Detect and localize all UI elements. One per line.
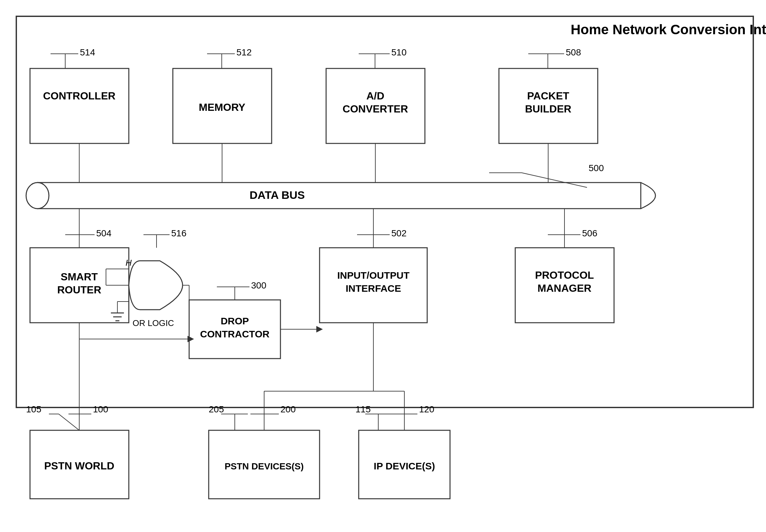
- svg-text:MANAGER: MANAGER: [538, 282, 591, 294]
- connectors-svg: Home Network Conversion Interface 110 51…: [0, 0, 766, 532]
- svg-text:PSTN WORLD: PSTN WORLD: [44, 460, 114, 472]
- svg-text:OR LOGIC: OR LOGIC: [132, 318, 174, 328]
- svg-text:100: 100: [93, 404, 108, 414]
- svg-text:INTERFACE: INTERFACE: [346, 283, 401, 294]
- svg-rect-90: [30, 430, 129, 499]
- svg-text:MEMORY: MEMORY: [199, 101, 245, 113]
- svg-rect-0: [16, 16, 753, 407]
- svg-text:516: 516: [171, 228, 186, 238]
- svg-marker-77: [187, 336, 194, 342]
- svg-point-14: [26, 183, 49, 209]
- svg-text:IP DEVICE(S): IP DEVICE(S): [374, 461, 435, 471]
- svg-marker-82: [316, 326, 323, 333]
- svg-rect-35: [515, 248, 614, 323]
- svg-text:CONVERTER: CONVERTER: [343, 103, 408, 115]
- svg-rect-23: [326, 68, 425, 143]
- svg-text:506: 506: [582, 228, 597, 238]
- svg-text:PROTOCOL: PROTOCOL: [535, 269, 594, 281]
- svg-text:H: H: [125, 258, 132, 268]
- svg-text:115: 115: [355, 404, 371, 414]
- svg-text:500: 500: [589, 163, 604, 173]
- svg-rect-94: [359, 430, 450, 499]
- svg-rect-92: [209, 430, 319, 499]
- svg-text:SMART: SMART: [61, 271, 98, 283]
- svg-line-97: [59, 414, 79, 430]
- svg-rect-29: [30, 248, 129, 323]
- svg-text:510: 510: [391, 47, 407, 57]
- svg-text:504: 504: [96, 228, 111, 238]
- svg-text:300: 300: [251, 280, 266, 290]
- svg-text:205: 205: [209, 404, 224, 414]
- svg-line-17: [522, 173, 587, 187]
- svg-text:514: 514: [80, 47, 95, 57]
- diagram-title: Home Network Conversion Interface 110: [571, 22, 766, 37]
- svg-text:120: 120: [419, 404, 435, 414]
- svg-text:DATA BUS: DATA BUS: [249, 189, 304, 201]
- svg-rect-21: [173, 68, 272, 143]
- svg-rect-19: [30, 68, 129, 143]
- diagram: Home Network Conversion Interface 110 51…: [0, 0, 766, 532]
- svg-rect-32: [319, 248, 427, 323]
- svg-text:502: 502: [391, 228, 407, 238]
- svg-text:105: 105: [26, 404, 41, 414]
- svg-text:CONTRACTOR: CONTRACTOR: [200, 329, 270, 339]
- svg-text:PACKET: PACKET: [527, 90, 569, 102]
- svg-text:200: 200: [280, 404, 296, 414]
- svg-text:A/D: A/D: [366, 90, 384, 102]
- svg-text:512: 512: [236, 47, 252, 57]
- svg-rect-13: [37, 183, 641, 209]
- svg-text:508: 508: [566, 47, 581, 57]
- svg-text:PSTN DEVICES(S): PSTN DEVICES(S): [225, 461, 304, 471]
- svg-text:BUILDER: BUILDER: [525, 103, 571, 115]
- svg-text:INPUT/OUTPUT: INPUT/OUTPUT: [337, 270, 410, 281]
- svg-rect-26: [499, 68, 598, 143]
- svg-text:DROP: DROP: [221, 316, 249, 326]
- svg-rect-38: [189, 300, 280, 359]
- svg-text:CONTROLLER: CONTROLLER: [43, 90, 115, 102]
- svg-text:ROUTER: ROUTER: [57, 284, 101, 296]
